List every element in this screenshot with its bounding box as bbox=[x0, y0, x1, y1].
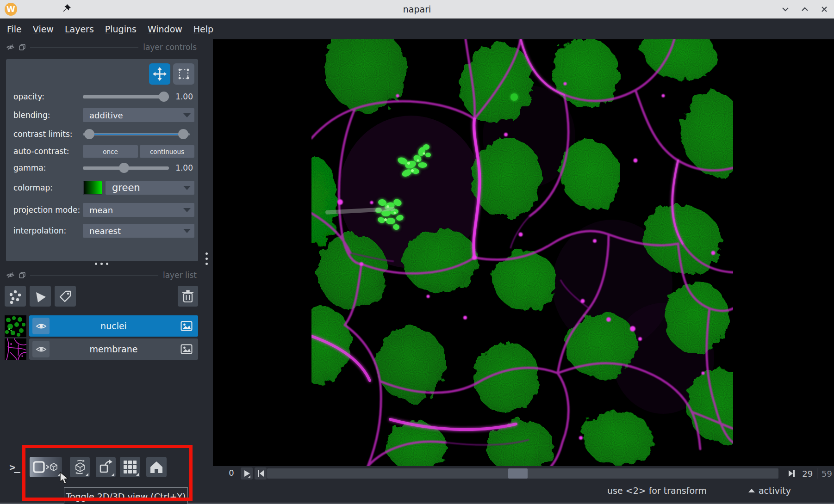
roll-dimensions-button[interactable] bbox=[70, 457, 90, 477]
float-panel-icon[interactable] bbox=[19, 44, 25, 50]
image-layer-icon bbox=[180, 344, 193, 354]
colormap-value: green bbox=[112, 182, 140, 193]
auto-contrast-continuous-button[interactable]: continuous bbox=[140, 145, 194, 158]
delete-layer-button[interactable] bbox=[178, 286, 198, 307]
current-frame[interactable]: 29 bbox=[802, 469, 813, 479]
menu-window[interactable]: Window bbox=[148, 24, 182, 34]
projection-mode-value: mean bbox=[89, 205, 113, 215]
nuclei-layer-thumbnail[interactable] bbox=[5, 315, 26, 337]
contrast-limits-label: contrast limits: bbox=[13, 129, 73, 139]
new-labels-layer-button[interactable] bbox=[55, 286, 76, 307]
gamma-value: 1.00 bbox=[174, 163, 193, 172]
layer-list-header: layer list bbox=[0, 270, 213, 281]
membrane-visibility-button[interactable] bbox=[32, 341, 50, 357]
skip-start-icon bbox=[256, 469, 265, 478]
blending-dropdown[interactable]: additive bbox=[83, 108, 194, 122]
projection-mode-label: projection mode: bbox=[13, 205, 80, 215]
frame-counters: 29 59 bbox=[802, 467, 832, 479]
divider bbox=[817, 468, 817, 479]
layer-controls-panel: opacity: 1.00 blending: additive contras… bbox=[6, 59, 198, 261]
dropdown-arrow-icon bbox=[183, 113, 191, 117]
transpose-dimensions-button[interactable] bbox=[96, 457, 116, 477]
dims-slider-row: 0 29 59 bbox=[213, 466, 834, 481]
auto-contrast-row: auto-contrast: once continuous bbox=[6, 144, 198, 158]
activity-toggle[interactable]: activity bbox=[748, 486, 791, 496]
home-icon bbox=[149, 460, 164, 474]
menu-plugins[interactable]: Plugins bbox=[105, 24, 137, 34]
toggle-2d3d-button[interactable] bbox=[30, 457, 62, 477]
new-points-layer-button[interactable] bbox=[5, 286, 26, 307]
pan-mode-button[interactable] bbox=[149, 63, 170, 85]
contrast-range-fill bbox=[87, 134, 187, 135]
skip-end-icon bbox=[787, 469, 797, 478]
image-layer-icon bbox=[180, 321, 193, 331]
viewer-canvas-image bbox=[311, 39, 733, 466]
layer-row-nuclei[interactable]: nuclei bbox=[29, 315, 198, 337]
membrane-layer-thumbnail[interactable] bbox=[5, 338, 26, 360]
transpose-icon bbox=[99, 460, 113, 474]
grid-view-button[interactable] bbox=[120, 457, 140, 477]
projection-mode-dropdown[interactable]: mean bbox=[83, 203, 194, 217]
colormap-gradient-swatch[interactable] bbox=[83, 181, 102, 195]
title-bar: W napari bbox=[0, 0, 834, 18]
trash-icon bbox=[181, 289, 194, 303]
menu-view[interactable]: View bbox=[33, 24, 54, 34]
gamma-label: gamma: bbox=[13, 163, 46, 172]
opacity-slider-handle[interactable] bbox=[159, 92, 169, 102]
float-panel-icon[interactable] bbox=[19, 272, 25, 278]
gamma-slider[interactable] bbox=[83, 166, 169, 170]
console-button[interactable]: >_ bbox=[4, 457, 24, 477]
contrast-limits-slider[interactable] bbox=[83, 133, 190, 135]
interpolation-dropdown[interactable]: nearest bbox=[83, 224, 194, 238]
panel-resize-handle[interactable] bbox=[95, 263, 108, 265]
layer-controls-header: layer controls bbox=[0, 42, 213, 53]
maximize-button[interactable] bbox=[798, 2, 812, 16]
layer-row-membrane[interactable]: membrane bbox=[29, 338, 198, 360]
close-button[interactable] bbox=[817, 2, 831, 16]
contrast-high-handle[interactable] bbox=[178, 129, 188, 139]
colormap-row: colormap: green bbox=[6, 181, 198, 195]
projection-mode-row: projection mode: mean bbox=[6, 203, 198, 217]
dock-splitter-handle[interactable] bbox=[205, 252, 208, 265]
nuclei-visibility-button[interactable] bbox=[32, 318, 50, 334]
divider bbox=[30, 275, 158, 276]
hide-panel-eye-off-icon[interactable] bbox=[6, 44, 14, 50]
transform-mode-button[interactable] bbox=[173, 63, 194, 85]
auto-contrast-label: auto-contrast: bbox=[13, 147, 69, 156]
home-reset-view-button[interactable] bbox=[146, 457, 167, 477]
window-controls bbox=[778, 2, 831, 16]
viewer-canvas[interactable] bbox=[213, 39, 834, 466]
tooltip: Toggle 2D/3D view (Ctrl+Y) bbox=[64, 487, 188, 504]
skip-to-end-button[interactable] bbox=[786, 467, 798, 479]
hide-panel-eye-off-icon[interactable] bbox=[6, 272, 14, 278]
divider bbox=[30, 47, 138, 48]
window-title: napari bbox=[0, 0, 834, 18]
blending-label: blending: bbox=[13, 111, 50, 120]
dropdown-arrow-icon bbox=[183, 229, 191, 233]
shapes-icon bbox=[33, 289, 48, 304]
chevron-down-icon bbox=[781, 5, 790, 14]
auto-contrast-once-button[interactable]: once bbox=[83, 145, 138, 158]
minimize-button[interactable] bbox=[778, 2, 792, 16]
opacity-label: opacity: bbox=[13, 92, 44, 101]
contrast-low-handle[interactable] bbox=[84, 129, 94, 139]
chevron-up-icon bbox=[800, 5, 809, 14]
menu-file[interactable]: File bbox=[7, 24, 22, 34]
close-icon bbox=[820, 5, 829, 14]
gamma-slider-handle[interactable] bbox=[119, 163, 129, 173]
menu-layers[interactable]: Layers bbox=[65, 24, 94, 34]
dims-slider-track[interactable] bbox=[267, 468, 778, 479]
play-icon bbox=[242, 469, 251, 478]
popup-notch bbox=[112, 473, 114, 476]
dims-slider-handle[interactable] bbox=[508, 468, 528, 479]
colormap-label: colormap: bbox=[13, 183, 53, 192]
interpolation-label: interpolation: bbox=[13, 226, 66, 235]
opacity-slider[interactable] bbox=[83, 95, 169, 98]
new-shapes-layer-button[interactable] bbox=[30, 286, 51, 307]
colormap-dropdown[interactable]: green bbox=[106, 181, 194, 195]
opacity-value: 1.00 bbox=[174, 92, 193, 101]
menu-help[interactable]: Help bbox=[193, 24, 213, 34]
skip-to-start-button[interactable] bbox=[255, 467, 267, 479]
ndisplay-2d3d-icon bbox=[32, 460, 59, 474]
play-button[interactable] bbox=[241, 467, 253, 479]
